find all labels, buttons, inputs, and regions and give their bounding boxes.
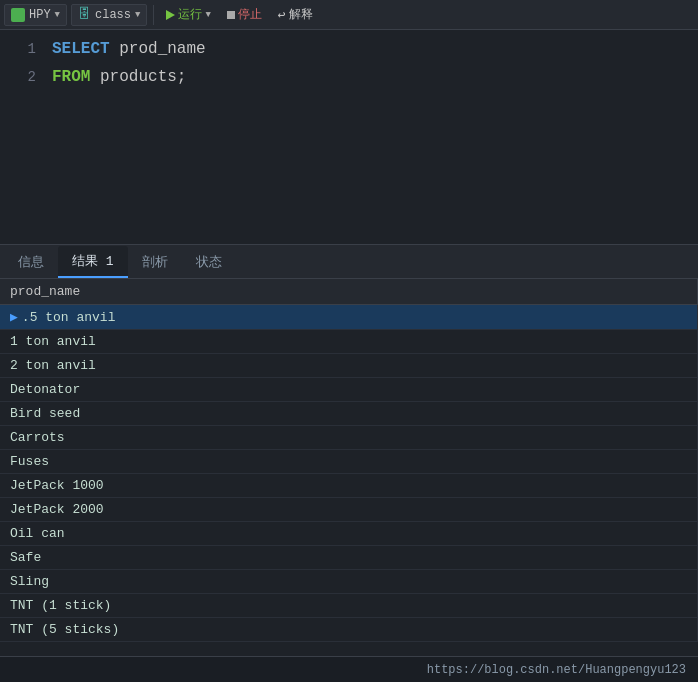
table-cell-prod-name: Carrots xyxy=(0,426,698,450)
table-cell-prod-name: Detonator xyxy=(0,378,698,402)
class-chevron-icon: ▼ xyxy=(135,10,140,20)
tab-result1[interactable]: 结果 1 xyxy=(58,246,128,278)
stop-button[interactable]: 停止 xyxy=(221,4,268,26)
class-label: class xyxy=(95,8,131,22)
toolbar: HPY ▼ 🗄 class ▼ 运行 ▼ 停止 ↩ 解释 xyxy=(0,0,698,30)
stop-square-icon xyxy=(227,11,235,19)
code-line-1: 1 SELECT prod_name xyxy=(0,40,698,68)
table-row[interactable]: Bird seed xyxy=(0,402,698,426)
code-line-2: 2 FROM products; xyxy=(0,68,698,96)
db-icon xyxy=(11,8,25,22)
class-icon: 🗄 xyxy=(78,7,91,22)
col-prod-name: prod_name xyxy=(119,40,205,58)
table-cell-prod-name: ▶.5 ton anvil xyxy=(0,305,698,330)
explain-button[interactable]: ↩ 解释 xyxy=(272,4,319,26)
table-cell-prod-name: 2 ton anvil xyxy=(0,354,698,378)
keyword-from: FROM xyxy=(52,68,90,86)
table-row[interactable]: ▶.5 ton anvil xyxy=(0,305,698,330)
code-content-1: SELECT prod_name xyxy=(52,40,206,58)
explain-label: 解释 xyxy=(289,6,313,23)
table-row[interactable]: Fuses xyxy=(0,450,698,474)
table-cell-prod-name: Fuses xyxy=(0,450,698,474)
table-cell-prod-name: Safe xyxy=(0,546,698,570)
table-row[interactable]: 1 ton anvil xyxy=(0,330,698,354)
stop-label: 停止 xyxy=(238,6,262,23)
table-cell-prod-name: JetPack 2000 xyxy=(0,498,698,522)
table-cell-prod-name: TNT (5 sticks) xyxy=(0,618,698,642)
result-table: prod_name ▶.5 ton anvil1 ton anvil2 ton … xyxy=(0,279,698,642)
table-cell-prod-name: Oil can xyxy=(0,522,698,546)
table-row[interactable]: TNT (5 sticks) xyxy=(0,618,698,642)
table-products: products; xyxy=(100,68,186,86)
table-cell-prod-name: Sling xyxy=(0,570,698,594)
run-label: 运行 xyxy=(178,6,202,23)
db-label: HPY xyxy=(29,8,51,22)
status-bar: https://blog.csdn.net/Huangpengyu123 xyxy=(0,656,698,682)
status-url: https://blog.csdn.net/Huangpengyu123 xyxy=(427,663,686,677)
class-selector[interactable]: 🗄 class ▼ xyxy=(71,4,147,26)
db-selector[interactable]: HPY ▼ xyxy=(4,4,67,26)
results-panel[interactable]: prod_name ▶.5 ton anvil1 ton anvil2 ton … xyxy=(0,279,698,656)
table-row[interactable]: TNT (1 stick) xyxy=(0,594,698,618)
table-cell-prod-name: 1 ton anvil xyxy=(0,330,698,354)
table-row[interactable]: JetPack 1000 xyxy=(0,474,698,498)
table-row[interactable]: Detonator xyxy=(0,378,698,402)
table-row[interactable]: Sling xyxy=(0,570,698,594)
table-cell-prod-name: Bird seed xyxy=(0,402,698,426)
tab-info[interactable]: 信息 xyxy=(4,247,58,277)
run-triangle-icon xyxy=(166,10,175,20)
table-row[interactable]: JetPack 2000 xyxy=(0,498,698,522)
db-chevron-icon: ▼ xyxy=(55,10,60,20)
keyword-select: SELECT xyxy=(52,40,110,58)
code-editor[interactable]: 1 SELECT prod_name 2 FROM products; xyxy=(0,30,698,245)
table-row[interactable]: Carrots xyxy=(0,426,698,450)
line-number-1: 1 xyxy=(12,41,36,57)
column-header-prod-name: prod_name xyxy=(0,279,698,305)
explain-icon: ↩ xyxy=(278,7,286,23)
tab-profiling[interactable]: 剖析 xyxy=(128,247,182,277)
run-button[interactable]: 运行 ▼ xyxy=(160,4,216,26)
tab-status[interactable]: 状态 xyxy=(182,247,236,277)
table-row[interactable]: 2 ton anvil xyxy=(0,354,698,378)
table-row[interactable]: Safe xyxy=(0,546,698,570)
separator-1 xyxy=(153,5,154,25)
code-content-2: FROM products; xyxy=(52,68,186,86)
tabs-bar: 信息 结果 1 剖析 状态 xyxy=(0,245,698,279)
run-chevron-icon: ▼ xyxy=(205,10,210,20)
table-cell-prod-name: TNT (1 stick) xyxy=(0,594,698,618)
table-cell-prod-name: JetPack 1000 xyxy=(0,474,698,498)
line-number-2: 2 xyxy=(12,69,36,85)
table-row[interactable]: Oil can xyxy=(0,522,698,546)
